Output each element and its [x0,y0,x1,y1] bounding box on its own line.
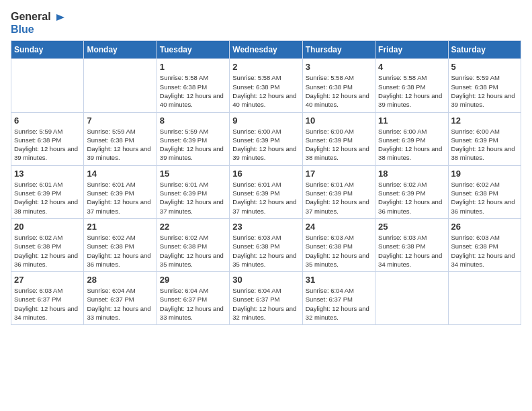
calendar-cell: 29Sunrise: 6:04 AM Sunset: 6:37 PM Dayli… [157,272,229,325]
calendar-cell: 6Sunrise: 5:59 AM Sunset: 6:38 PM Daylig… [11,112,84,165]
logo-general: General [11,11,51,22]
day-number: 21 [87,222,153,232]
logo: General Blue [11,11,67,35]
day-number: 27 [14,275,81,285]
cell-detail: Sunrise: 6:01 AM Sunset: 6:39 PM Dayligh… [14,180,81,216]
calendar-cell: 31Sunrise: 6:04 AM Sunset: 6:37 PM Dayli… [302,272,375,325]
cell-detail: Sunrise: 6:03 AM Sunset: 6:38 PM Dayligh… [378,233,445,269]
calendar-cell [11,59,84,112]
day-number: 4 [378,62,445,72]
calendar-week-3: 13Sunrise: 6:01 AM Sunset: 6:39 PM Dayli… [11,165,521,218]
day-number: 28 [87,275,153,285]
calendar-cell: 20Sunrise: 6:02 AM Sunset: 6:38 PM Dayli… [11,218,84,271]
page-header: General Blue [11,11,521,35]
day-number: 20 [14,222,81,232]
day-number: 19 [451,169,518,179]
cell-detail: Sunrise: 5:58 AM Sunset: 6:38 PM Dayligh… [232,73,299,109]
calendar-week-1: 1Sunrise: 5:58 AM Sunset: 6:38 PM Daylig… [11,59,521,112]
calendar-cell: 2Sunrise: 5:58 AM Sunset: 6:38 PM Daylig… [230,59,302,112]
cell-detail: Sunrise: 6:00 AM Sunset: 6:39 PM Dayligh… [232,127,299,163]
calendar-cell: 3Sunrise: 5:58 AM Sunset: 6:38 PM Daylig… [302,59,375,112]
day-number: 15 [160,169,226,179]
day-number: 11 [378,116,445,126]
calendar-week-2: 6Sunrise: 5:59 AM Sunset: 6:38 PM Daylig… [11,112,521,165]
day-number: 2 [232,62,299,72]
calendar-cell [84,59,157,112]
day-number: 23 [232,222,299,232]
cell-detail: Sunrise: 5:59 AM Sunset: 6:38 PM Dayligh… [87,127,153,163]
calendar-cell: 21Sunrise: 6:02 AM Sunset: 6:38 PM Dayli… [84,218,157,271]
calendar-cell: 16Sunrise: 6:01 AM Sunset: 6:39 PM Dayli… [230,165,302,218]
calendar-cell: 4Sunrise: 5:58 AM Sunset: 6:38 PM Daylig… [375,59,448,112]
cell-detail: Sunrise: 6:02 AM Sunset: 6:38 PM Dayligh… [14,233,81,269]
calendar-cell: 7Sunrise: 5:59 AM Sunset: 6:38 PM Daylig… [84,112,157,165]
calendar-cell: 26Sunrise: 6:03 AM Sunset: 6:38 PM Dayli… [448,218,521,271]
day-number: 12 [451,116,518,126]
svg-marker-0 [56,14,64,21]
day-number: 6 [14,116,81,126]
cell-detail: Sunrise: 6:02 AM Sunset: 6:38 PM Dayligh… [451,180,518,216]
day-number: 29 [160,275,226,285]
day-number: 7 [87,116,153,126]
day-number: 31 [306,275,372,285]
day-number: 9 [232,116,299,126]
cell-detail: Sunrise: 5:59 AM Sunset: 6:38 PM Dayligh… [451,73,518,109]
weekday-header-monday: Monday [84,41,157,59]
cell-detail: Sunrise: 6:02 AM Sunset: 6:38 PM Dayligh… [160,233,226,269]
calendar-cell: 9Sunrise: 6:00 AM Sunset: 6:39 PM Daylig… [230,112,302,165]
logo-arrow-icon [55,11,67,24]
day-number: 8 [160,116,226,126]
calendar-cell: 18Sunrise: 6:02 AM Sunset: 6:39 PM Dayli… [375,165,448,218]
cell-detail: Sunrise: 5:59 AM Sunset: 6:38 PM Dayligh… [14,127,81,163]
calendar-cell: 12Sunrise: 6:00 AM Sunset: 6:39 PM Dayli… [448,112,521,165]
weekday-header-tuesday: Tuesday [157,41,229,59]
calendar-cell: 13Sunrise: 6:01 AM Sunset: 6:39 PM Dayli… [11,165,84,218]
day-number: 1 [160,62,226,72]
cell-detail: Sunrise: 6:03 AM Sunset: 6:38 PM Dayligh… [306,233,372,269]
calendar-cell [375,272,448,325]
cell-detail: Sunrise: 6:01 AM Sunset: 6:39 PM Dayligh… [306,180,372,216]
calendar-cell: 27Sunrise: 6:03 AM Sunset: 6:37 PM Dayli… [11,272,84,325]
calendar-cell: 14Sunrise: 6:01 AM Sunset: 6:39 PM Dayli… [84,165,157,218]
cell-detail: Sunrise: 6:03 AM Sunset: 6:38 PM Dayligh… [232,233,299,269]
calendar-cell [448,272,521,325]
logo-text: General Blue [11,11,67,35]
day-number: 3 [306,62,372,72]
weekday-header-thursday: Thursday [302,41,375,59]
calendar-cell: 15Sunrise: 6:01 AM Sunset: 6:39 PM Dayli… [157,165,229,218]
day-number: 13 [14,169,81,179]
weekday-header-wednesday: Wednesday [230,41,302,59]
cell-detail: Sunrise: 6:03 AM Sunset: 6:37 PM Dayligh… [14,286,81,322]
weekday-header-saturday: Saturday [448,41,521,59]
day-number: 26 [451,222,518,232]
calendar-cell: 17Sunrise: 6:01 AM Sunset: 6:39 PM Dayli… [302,165,375,218]
weekday-header-sunday: Sunday [11,41,84,59]
calendar-cell: 24Sunrise: 6:03 AM Sunset: 6:38 PM Dayli… [302,218,375,271]
calendar-cell: 11Sunrise: 6:00 AM Sunset: 6:39 PM Dayli… [375,112,448,165]
day-number: 10 [306,116,372,126]
calendar-table: SundayMondayTuesdayWednesdayThursdayFrid… [11,40,521,325]
calendar-week-4: 20Sunrise: 6:02 AM Sunset: 6:38 PM Dayli… [11,218,521,271]
cell-detail: Sunrise: 6:04 AM Sunset: 6:37 PM Dayligh… [160,286,226,322]
weekday-header-friday: Friday [375,41,448,59]
day-number: 18 [378,169,445,179]
cell-detail: Sunrise: 6:04 AM Sunset: 6:37 PM Dayligh… [87,286,153,322]
cell-detail: Sunrise: 6:04 AM Sunset: 6:37 PM Dayligh… [232,286,299,322]
cell-detail: Sunrise: 6:01 AM Sunset: 6:39 PM Dayligh… [160,180,226,216]
day-number: 22 [160,222,226,232]
cell-detail: Sunrise: 6:00 AM Sunset: 6:39 PM Dayligh… [451,127,518,163]
cell-detail: Sunrise: 6:02 AM Sunset: 6:38 PM Dayligh… [87,233,153,269]
calendar-cell: 25Sunrise: 6:03 AM Sunset: 6:38 PM Dayli… [375,218,448,271]
calendar-cell: 1Sunrise: 5:58 AM Sunset: 6:38 PM Daylig… [157,59,229,112]
cell-detail: Sunrise: 5:59 AM Sunset: 6:39 PM Dayligh… [160,127,226,163]
calendar-cell: 23Sunrise: 6:03 AM Sunset: 6:38 PM Dayli… [230,218,302,271]
cell-detail: Sunrise: 6:00 AM Sunset: 6:39 PM Dayligh… [378,127,445,163]
cell-detail: Sunrise: 6:02 AM Sunset: 6:39 PM Dayligh… [378,180,445,216]
calendar-week-5: 27Sunrise: 6:03 AM Sunset: 6:37 PM Dayli… [11,272,521,325]
calendar-cell: 5Sunrise: 5:59 AM Sunset: 6:38 PM Daylig… [448,59,521,112]
cell-detail: Sunrise: 5:58 AM Sunset: 6:38 PM Dayligh… [306,73,372,109]
day-number: 30 [232,275,299,285]
cell-detail: Sunrise: 6:01 AM Sunset: 6:39 PM Dayligh… [232,180,299,216]
cell-detail: Sunrise: 6:04 AM Sunset: 6:37 PM Dayligh… [306,286,372,322]
cell-detail: Sunrise: 6:00 AM Sunset: 6:39 PM Dayligh… [306,127,372,163]
